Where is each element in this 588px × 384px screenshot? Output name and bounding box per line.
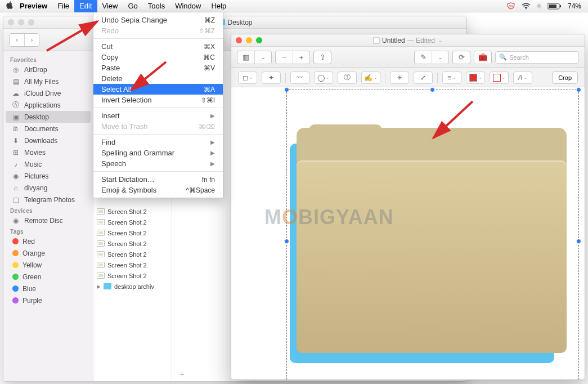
svg-rect-3 (560, 5, 561, 7)
menu-view[interactable]: View (97, 0, 123, 12)
sidebar-item-music[interactable]: ♪Music (6, 158, 91, 170)
sidebar-item-telegram[interactable]: ▢Telegram Photos (6, 194, 91, 206)
pictures-icon: ◉ (11, 172, 20, 181)
text-style-tool[interactable]: A⌄ (513, 72, 532, 84)
traffic-lights[interactable] (8, 19, 34, 25)
list-item[interactable]: Screen Shot 2 (93, 270, 172, 281)
crop-button[interactable]: Crop (552, 72, 578, 84)
list-item[interactable]: Screen Shot 2 (93, 238, 172, 249)
menu-help[interactable]: Help (206, 0, 231, 12)
chevron-down-icon[interactable]: ⌄ (438, 38, 443, 43)
menu-invert-selection[interactable]: Invert Selection⇧⌘I (93, 95, 223, 105)
tag-orange[interactable]: Orange (6, 247, 91, 259)
add-button[interactable]: ＋ (176, 369, 188, 379)
bluetooth-icon[interactable]: ✱ (536, 2, 542, 10)
menu-window[interactable]: Window (170, 0, 206, 12)
markup-seg[interactable]: ✎⌄ (414, 51, 449, 64)
list-item[interactable]: Screen Shot 2 (93, 227, 172, 238)
folder-icon (104, 283, 111, 289)
sidebar-item-documents[interactable]: 🗎Documents (6, 123, 91, 135)
menu-start-dictation[interactable]: Start Dictation…fn fn (93, 174, 223, 185)
list-item[interactable]: ▶desktop archiv (93, 281, 172, 292)
menu-tools[interactable]: Tools (143, 0, 170, 12)
adjust-color-tool[interactable]: ☀ (390, 72, 409, 84)
forward-icon: › (24, 34, 39, 46)
svg-point-1 (526, 8, 527, 9)
app-name[interactable]: Preview (15, 0, 52, 12)
cloud-icon: ☁ (11, 89, 20, 98)
menu-edit[interactable]: Edit (74, 0, 97, 12)
image-icon (97, 240, 105, 247)
zoom-icon (28, 19, 34, 25)
sidebar-item-home[interactable]: ⌂divyang (6, 182, 91, 194)
zoom-seg[interactable]: −＋ (275, 51, 310, 64)
preview-title: Untitled (382, 37, 405, 44)
sidebar-item-icloud[interactable]: ☁iCloud Drive (6, 87, 91, 99)
rotate-button[interactable]: ⟳ (452, 51, 470, 64)
tag-blue[interactable]: Blue (6, 283, 91, 294)
adjust-size-tool[interactable]: ⤢ (414, 72, 433, 84)
apple-menu[interactable] (5, 1, 15, 11)
menu-file[interactable]: File (52, 0, 74, 12)
share-button[interactable]: ⇪ (313, 51, 331, 64)
tag-red[interactable]: Red (6, 235, 91, 247)
sketch-tool[interactable]: 〰 (290, 72, 309, 84)
search-input[interactable]: 🔍Search (495, 51, 579, 64)
svg-rect-5 (374, 38, 379, 43)
sidebar-item-downloads[interactable]: ⬇Downloads (6, 135, 91, 146)
list-item[interactable]: Screen Shot 2 (93, 260, 172, 270)
selection-tool[interactable]: ◻⌄ (238, 72, 257, 84)
home-icon: ⌂ (11, 184, 20, 193)
minimize-icon (246, 37, 252, 43)
traffic-lights[interactable] (236, 37, 262, 43)
tag-yellow[interactable]: Yellow (6, 259, 91, 271)
line-style-tool[interactable]: ≡⌄ (442, 72, 461, 84)
menu-emoji-symbols[interactable]: Emoji & Symbols^⌘Space (93, 185, 223, 195)
menu-insert[interactable]: Insert▶ (93, 110, 223, 121)
sidebar-item-movies[interactable]: ⊞Movies (6, 146, 91, 158)
tag-purple[interactable]: Purple (6, 294, 91, 306)
text-tool[interactable]: Ⓣ (338, 72, 357, 84)
preview-toolbar: ▥⌄ −＋ ⇪ ✎⌄ ⟳ 🧰 🔍Search (231, 47, 585, 68)
sign-tool[interactable]: ✍⌄ (361, 72, 380, 84)
image-icon (97, 273, 105, 279)
zoom-in-icon: ＋ (293, 51, 309, 64)
border-color-tool[interactable]: ⌄ (466, 72, 485, 84)
sidebar-item-allmyfiles[interactable]: ▤All My Files (6, 75, 91, 87)
menu-spelling[interactable]: Spelling and Grammar▶ (93, 148, 223, 158)
menu-go[interactable]: Go (123, 0, 142, 12)
menu-undo[interactable]: Undo Sepia Change⌘Z (93, 15, 223, 25)
highlight-icon: ✎ (415, 51, 432, 64)
fill-color-tool[interactable]: ⌄ (490, 72, 509, 84)
instant-alpha-tool[interactable]: ✦ (262, 72, 281, 84)
list-item[interactable]: Screen Shot 2 (93, 217, 172, 227)
menu-move-to-trash: Move to Trash⌘⌫ (93, 121, 223, 132)
sidebar-item-pictures[interactable]: ◉Pictures (6, 170, 91, 182)
svg-text:50: 50 (509, 5, 513, 8)
status-area: 50 ✱ 74% (506, 2, 583, 10)
antivirus-icon[interactable]: 50 (506, 2, 516, 10)
image-icon (97, 208, 105, 215)
menu-speech[interactable]: Speech▶ (93, 158, 223, 169)
menu-cut[interactable]: Cut⌘X (93, 41, 223, 52)
tag-green[interactable]: Green (6, 271, 91, 283)
sidebar-item-remotedisc[interactable]: ◉Remote Disc (6, 215, 91, 226)
sidebar-toggle[interactable]: ▥⌄ (237, 51, 272, 64)
nav-buttons[interactable]: ‹› (9, 33, 39, 47)
sidebar-item-applications[interactable]: ⒶApplications (6, 99, 91, 111)
preview-canvas[interactable] (231, 87, 585, 379)
shapes-tool[interactable]: ◯⌄ (314, 72, 333, 84)
rotate-icon: ⟳ (453, 51, 470, 64)
list-item[interactable]: Screen Shot 2 (93, 249, 172, 260)
chevron-down-icon: ⌄ (432, 51, 448, 64)
back-icon: ‹ (10, 34, 24, 46)
menu-find[interactable]: Find▶ (93, 137, 223, 148)
preview-titlebar[interactable]: Untitled — Edited⌄ (231, 34, 585, 47)
battery-icon[interactable] (547, 3, 562, 10)
folder-image (297, 128, 567, 353)
sidebar-item-airdrop[interactable]: ◎AirDrop (6, 64, 91, 75)
list-item[interactable]: Screen Shot 2 (93, 206, 172, 217)
sidebar-item-desktop[interactable]: ▣Desktop (6, 111, 91, 123)
edit-toggle[interactable]: 🧰 (474, 51, 492, 64)
wifi-icon[interactable] (522, 3, 531, 10)
